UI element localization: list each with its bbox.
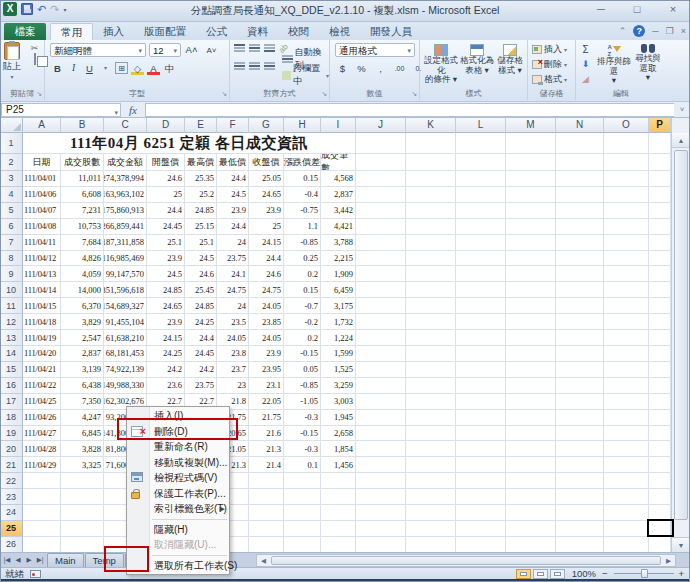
cell-N[interactable] — [556, 266, 604, 282]
cell-N[interactable] — [556, 473, 604, 489]
menu-item-rename[interactable]: 重新命名(R) — [127, 439, 229, 455]
menu-item-move-or-copy[interactable]: 移動或複製(M)... — [127, 455, 229, 471]
cell-M[interactable] — [506, 410, 556, 426]
cell-K[interactable] — [406, 426, 456, 442]
menu-item-protect-sheet[interactable]: 保護工作表(P)... — [127, 486, 229, 502]
cell-P[interactable] — [649, 378, 671, 394]
cell-P[interactable] — [649, 251, 671, 267]
conditional-formatting-button[interactable]: 設定格式化的條件 ▾ — [422, 44, 460, 85]
cell-J[interactable] — [356, 362, 406, 378]
col-header-C[interactable]: C — [104, 118, 147, 133]
row-header-6[interactable]: 6 — [0, 219, 23, 235]
ribbon-tab[interactable]: 校閱 — [278, 23, 319, 40]
scroll-up-icon[interactable]: ▲ — [672, 133, 690, 148]
format-cells-button[interactable]: 格式▾ — [532, 73, 567, 86]
row-header-1[interactable]: 1 — [0, 133, 23, 154]
cell-P[interactable] — [649, 187, 671, 203]
cell-H24[interactable] — [284, 505, 321, 521]
normal-view-icon[interactable] — [516, 569, 531, 579]
cell-D15[interactable]: 24.2 — [147, 362, 185, 378]
cell-M[interactable] — [506, 187, 556, 203]
cell-D5[interactable]: 24.4 — [147, 203, 185, 219]
cell-I23[interactable] — [321, 489, 356, 505]
cell-M[interactable] — [506, 346, 556, 362]
cell-G3[interactable]: 25.05 — [249, 171, 284, 187]
cell-N[interactable] — [556, 235, 604, 251]
cell-M[interactable] — [506, 394, 556, 410]
cell-A23[interactable] — [23, 489, 61, 505]
row-header-22[interactable]: 22 — [0, 473, 23, 489]
cell-I16[interactable]: 3,259 — [321, 378, 356, 394]
cell-A24[interactable] — [23, 505, 61, 521]
macro-record-icon[interactable] — [30, 570, 41, 578]
cell-C6[interactable]: 266,859,441 — [104, 219, 147, 235]
cell-O[interactable] — [604, 394, 649, 410]
cell-M[interactable] — [506, 473, 556, 489]
cell-L[interactable] — [456, 219, 506, 235]
cell-B11[interactable]: 6,370 — [61, 298, 104, 314]
sheet-title-cell[interactable]: 111年04月 6251 定穎 各日成交資訊 — [23, 133, 356, 154]
align-top-icon[interactable] — [234, 44, 245, 53]
cell-I8[interactable]: 2,215 — [321, 251, 356, 267]
cell-J[interactable] — [356, 133, 406, 154]
cell-F6[interactable]: 24.4 — [217, 219, 249, 235]
cell-D3[interactable]: 24.6 — [147, 171, 185, 187]
cell-H13[interactable]: 0.2 — [284, 330, 321, 346]
ribbon-tab[interactable]: 公式 — [196, 23, 237, 40]
cell-M[interactable] — [506, 441, 556, 457]
row-header-14[interactable]: 14 — [0, 346, 23, 362]
cell-K[interactable] — [406, 378, 456, 394]
cell-I22[interactable] — [321, 473, 356, 489]
cell-A9[interactable]: 111/04/13 — [23, 266, 61, 282]
cell-N[interactable] — [556, 330, 604, 346]
cell-M[interactable] — [506, 505, 556, 521]
cell-I11[interactable]: 3,175 — [321, 298, 356, 314]
cell-A15[interactable]: 111/04/21 — [23, 362, 61, 378]
font-dialog-launcher[interactable]: ↘ — [221, 90, 227, 98]
col-header-L[interactable]: L — [456, 118, 506, 133]
cell-G5[interactable]: 23.9 — [249, 203, 284, 219]
cell-M[interactable] — [506, 330, 556, 346]
cell-M[interactable] — [506, 457, 556, 473]
cell-I21[interactable]: 1,456 — [321, 457, 356, 473]
align-center-icon[interactable] — [249, 62, 260, 71]
cell-B13[interactable]: 2,547 — [61, 330, 104, 346]
row-header-3[interactable]: 3 — [0, 171, 23, 187]
alignment-dialog-launcher[interactable]: ↘ — [321, 90, 327, 98]
cell-H8[interactable]: 0.25 — [284, 251, 321, 267]
cell-B6[interactable]: 10,753 — [61, 219, 104, 235]
cell-D13[interactable]: 24.15 — [147, 330, 185, 346]
comma-format-icon[interactable]: , — [374, 62, 387, 75]
cell-B23[interactable] — [61, 489, 104, 505]
cell-O[interactable] — [604, 133, 649, 154]
cell-F3[interactable]: 24.4 — [217, 171, 249, 187]
last-sheet-icon[interactable]: ▶| — [35, 556, 45, 564]
vertical-scrollbar[interactable]: ▲ ▼ — [671, 118, 690, 552]
file-tab[interactable]: 檔案 — [4, 23, 46, 40]
col-header-J[interactable]: J — [356, 118, 406, 133]
font-color-icon[interactable]: A — [147, 62, 160, 75]
cell-J[interactable] — [356, 282, 406, 298]
cell-E10[interactable]: 25.45 — [185, 282, 217, 298]
cell-G17[interactable]: 22.05 — [249, 394, 284, 410]
cell-N[interactable] — [556, 489, 604, 505]
row-header-12[interactable]: 12 — [0, 314, 23, 330]
header-cell-F[interactable]: 最低價 — [217, 154, 249, 171]
cell-F7[interactable]: 24 — [217, 235, 249, 251]
header-cell-I[interactable]: 成交筆數 — [321, 154, 356, 171]
cell-N[interactable] — [556, 282, 604, 298]
horizontal-scrollbar[interactable]: ◀ ▶ — [256, 554, 676, 567]
cell-C9[interactable]: 99,147,570 — [104, 266, 147, 282]
cell-B15[interactable]: 3,139 — [61, 362, 104, 378]
cell-G26[interactable] — [249, 537, 284, 552]
cell-G8[interactable]: 24.4 — [249, 251, 284, 267]
scroll-left-icon[interactable]: ◀ — [257, 557, 270, 565]
cell-B20[interactable]: 3,828 — [61, 441, 104, 457]
cell-G18[interactable]: 21.75 — [249, 410, 284, 426]
cell-K[interactable] — [406, 362, 456, 378]
cell-M[interactable] — [506, 266, 556, 282]
ribbon-tab[interactable]: 常用 — [50, 23, 93, 40]
cell-J[interactable] — [356, 410, 406, 426]
cell-C10[interactable]: 351,596,618 — [104, 282, 147, 298]
cell-O[interactable] — [604, 473, 649, 489]
